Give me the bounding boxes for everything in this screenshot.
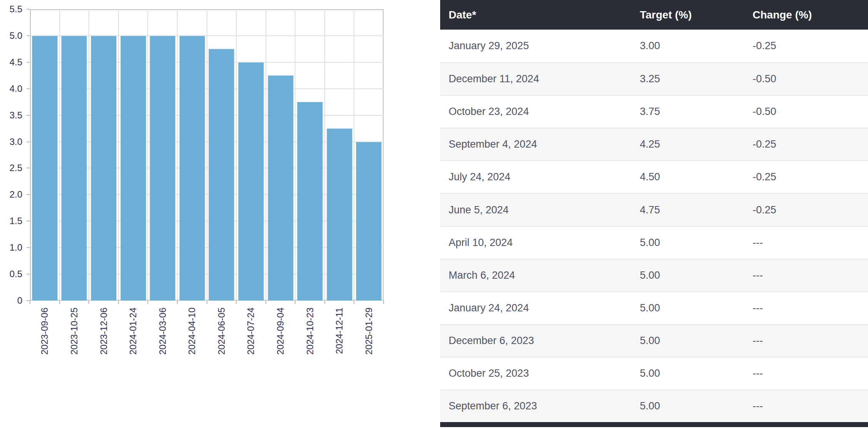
y-tick (27, 62, 30, 63)
x-tick (30, 301, 30, 304)
bar (32, 36, 58, 301)
x-tick (324, 301, 325, 304)
change-cell: -0.50 (753, 106, 868, 118)
y-axis-label: 5.5 (0, 3, 22, 15)
table-body: January 29, 2025 3.00 -0.25 December 11,… (440, 30, 868, 422)
change-cell: -0.25 (753, 171, 868, 183)
bar (179, 36, 205, 301)
date-cell: March 6, 2024 (440, 269, 640, 281)
x-tick (207, 301, 207, 304)
y-tick (27, 221, 30, 221)
y-tick (27, 194, 30, 195)
x-tick (118, 301, 119, 304)
table-row: December 11, 2024 3.25 -0.50 (440, 62, 868, 95)
bar (150, 36, 175, 301)
table-row: January 29, 2025 3.00 -0.25 (440, 30, 868, 62)
x-axis-label: 2024-01-24 (128, 308, 139, 355)
change-cell: --- (753, 302, 868, 314)
v-gridline (265, 9, 266, 301)
change-cell: -0.25 (753, 40, 868, 52)
v-gridline (118, 9, 119, 301)
change-cell: --- (753, 367, 868, 379)
table-row: October 23, 2024 3.75 -0.50 (440, 95, 868, 128)
target-cell: 3.00 (640, 40, 753, 52)
target-cell: 5.00 (640, 335, 753, 347)
table-row: July 24, 2024 4.50 -0.25 (440, 160, 868, 193)
y-tick (27, 115, 30, 116)
v-gridline (236, 9, 237, 301)
v-gridline (207, 9, 207, 301)
date-cell: October 25, 2023 (440, 367, 640, 379)
x-axis-label: 2024-04-10 (187, 308, 197, 355)
x-axis-label: 2024-07-24 (245, 308, 256, 355)
target-cell: 5.00 (640, 237, 753, 249)
v-gridline (177, 9, 178, 301)
y-tick (27, 141, 30, 142)
x-axis-label: 2024-10-23 (305, 308, 315, 355)
y-tick (27, 88, 30, 89)
date-cell: July 24, 2024 (440, 171, 640, 183)
x-axis-label: 2023-12-06 (98, 308, 109, 355)
table-row: March 6, 2024 5.00 --- (440, 259, 868, 291)
plot-area (30, 9, 384, 301)
y-axis-label: 3.0 (0, 136, 22, 148)
table-row: September 4, 2024 4.25 -0.25 (440, 128, 868, 160)
target-cell: 4.50 (640, 171, 753, 183)
target-cell: 5.00 (640, 367, 753, 379)
date-cell: September 6, 2023 (440, 400, 640, 412)
v-gridline (324, 9, 325, 301)
x-axis-label: 2024-06-05 (216, 308, 227, 355)
y-axis-label: 0.5 (0, 268, 22, 280)
y-axis-label: 1.5 (0, 215, 22, 227)
v-gridline (354, 9, 354, 301)
table-row: April 10, 2024 5.00 --- (440, 226, 868, 259)
target-cell: 5.00 (640, 302, 753, 314)
x-tick (383, 301, 384, 304)
bar (209, 49, 234, 301)
table-row: January 24, 2024 5.00 --- (440, 291, 868, 324)
bar (120, 36, 146, 301)
x-axis-label: 2024-12-11 (334, 308, 345, 354)
target-cell: 4.25 (640, 138, 753, 150)
y-axis-label: 2.5 (0, 162, 22, 174)
date-cell: September 4, 2024 (440, 138, 640, 150)
y-axis-label: 4.5 (0, 56, 22, 68)
page: 00.51.01.52.02.53.03.54.04.55.05.52023-0… (0, 0, 868, 429)
x-tick (177, 301, 178, 304)
y-tick (27, 35, 30, 36)
y-axis-label: 2.0 (0, 188, 22, 201)
target-cell: 3.25 (640, 73, 753, 85)
change-cell: -0.25 (753, 204, 868, 216)
x-axis-label: 2025-01-29 (364, 308, 374, 355)
x-axis-label: 2024-09-04 (275, 308, 286, 355)
y-axis-label: 1.0 (0, 241, 22, 254)
bar (356, 142, 382, 301)
change-cell: -0.25 (753, 138, 868, 150)
table-row: September 6, 2023 5.00 --- (440, 389, 868, 422)
x-tick (354, 301, 354, 304)
date-cell: December 11, 2024 (440, 73, 640, 85)
bar (268, 75, 294, 301)
target-cell: 5.00 (640, 400, 753, 412)
y-axis-label: 4.0 (0, 83, 22, 95)
change-cell: --- (753, 269, 868, 281)
y-tick (27, 274, 30, 274)
date-cell: January 24, 2024 (440, 302, 640, 314)
v-gridline (147, 9, 148, 301)
table-row: December 6, 2023 5.00 --- (440, 324, 868, 357)
y-axis-label: 3.5 (0, 109, 22, 121)
x-tick (265, 301, 266, 304)
date-cell: April 10, 2024 (440, 237, 640, 249)
change-cell: -0.50 (753, 73, 868, 85)
date-cell: December 6, 2023 (440, 335, 640, 347)
y-tick (27, 247, 30, 248)
rate-table: Date* Target (%) Change (%) January 29, … (440, 0, 868, 427)
y-tick (27, 168, 30, 168)
x-tick (147, 301, 148, 304)
v-gridline (59, 9, 60, 301)
v-gridline (295, 9, 295, 301)
table-row: June 5, 2024 4.75 -0.25 (440, 193, 868, 226)
change-cell: --- (753, 400, 868, 412)
x-tick (88, 301, 89, 304)
bar (61, 36, 87, 301)
